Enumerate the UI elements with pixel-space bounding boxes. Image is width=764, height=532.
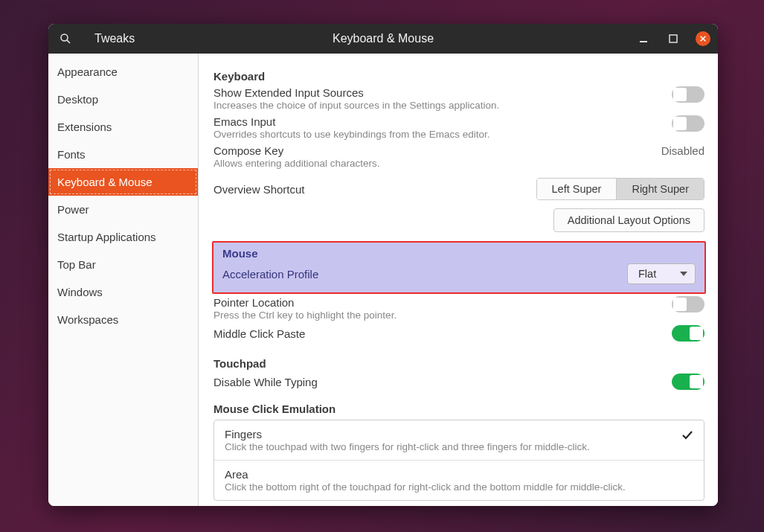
emulation-area-sub: Click the bottom right of the touchpad f…	[225, 481, 693, 493]
compose-key-sub: Allows entering additional characters.	[214, 158, 649, 169]
sidebar-item-appearance[interactable]: Appearance	[48, 58, 198, 86]
disable-while-typing-toggle[interactable]	[672, 374, 704, 390]
acceleration-profile-value: Flat	[638, 268, 656, 280]
sidebar: Appearance Desktop Extensions Fonts Keyb…	[48, 54, 199, 506]
tweaks-window: Tweaks Keyboard & Mouse Appearance Deskt…	[48, 24, 718, 506]
compose-key-value[interactable]: Disabled	[661, 144, 704, 157]
sidebar-item-windows[interactable]: Windows	[48, 278, 198, 306]
left-super-button[interactable]: Left Super	[537, 179, 617, 199]
touchpad-section: Touchpad Disable While Typing Mouse Clic…	[214, 357, 704, 501]
sidebar-item-workspaces[interactable]: Workspaces	[48, 306, 198, 333]
row-acceleration-profile: Acceleration Profile Flat	[222, 261, 696, 286]
extended-input-label: Show Extended Input Sources	[214, 86, 660, 99]
svg-line-1	[67, 40, 70, 43]
extended-input-toggle[interactable]	[672, 86, 704, 103]
emacs-input-sub: Overrides shortcuts to use keybindings f…	[214, 129, 660, 140]
emulation-option-fingers[interactable]: Fingers Click the touchpad with two fing…	[214, 420, 704, 461]
acceleration-profile-dropdown[interactable]: Flat	[627, 263, 696, 284]
touchpad-section-title: Touchpad	[214, 357, 704, 370]
emulation-option-area[interactable]: Area Click the bottom right of the touch…	[214, 461, 704, 500]
emacs-input-label: Emacs Input	[214, 115, 660, 128]
acceleration-profile-label: Acceleration Profile	[222, 268, 615, 281]
compose-key-label: Compose Key	[214, 144, 649, 157]
row-overview-shortcut: Overview Shortcut Left Super Right Super	[214, 176, 704, 202]
extended-input-sub: Increases the choice of input sources in…	[214, 100, 660, 111]
titlebar: Tweaks Keyboard & Mouse	[48, 24, 718, 54]
pointer-location-sub: Press the Ctrl key to highlight the poin…	[214, 310, 660, 321]
app-title: Tweaks	[94, 32, 135, 45]
mouse-highlight-box: Mouse Acceleration Profile Flat	[212, 241, 706, 294]
overview-shortcut-segmented: Left Super Right Super	[536, 178, 705, 200]
minimize-icon[interactable]	[636, 31, 651, 46]
disable-while-typing-label: Disable While Typing	[214, 376, 660, 388]
sidebar-item-power[interactable]: Power	[48, 196, 198, 223]
row-emacs-input: Emacs Input Overrides shortcuts to use k…	[214, 113, 704, 142]
sidebar-item-extensions[interactable]: Extensions	[48, 113, 198, 141]
maximize-icon[interactable]	[666, 31, 681, 46]
emulation-area-title: Area	[225, 468, 693, 481]
row-additional-layout: Additional Layout Options	[214, 208, 704, 232]
close-icon[interactable]	[696, 31, 710, 46]
mouse-click-emulation-list: Fingers Click the touchpad with two fing…	[214, 420, 704, 501]
window-body: Appearance Desktop Extensions Fonts Keyb…	[48, 54, 718, 506]
row-extended-input: Show Extended Input Sources Increases th…	[214, 84, 704, 113]
sidebar-item-startup-applications[interactable]: Startup Applications	[48, 223, 198, 251]
sidebar-item-fonts[interactable]: Fonts	[48, 141, 198, 168]
sidebar-item-keyboard-mouse[interactable]: Keyboard & Mouse	[48, 168, 198, 196]
svg-rect-2	[640, 41, 647, 42]
row-compose-key: Compose Key Allows entering additional c…	[214, 142, 704, 171]
pointer-location-toggle[interactable]	[672, 296, 704, 313]
check-icon	[681, 429, 693, 441]
middle-click-paste-toggle[interactable]	[672, 325, 704, 342]
middle-click-paste-label: Middle Click Paste	[214, 327, 660, 340]
overview-shortcut-label: Overview Shortcut	[214, 183, 524, 196]
titlebar-left: Tweaks	[48, 32, 135, 45]
right-super-button[interactable]: Right Super	[617, 179, 704, 199]
sidebar-item-top-bar[interactable]: Top Bar	[48, 251, 198, 278]
emacs-input-toggle[interactable]	[672, 115, 704, 132]
row-middle-click-paste: Middle Click Paste	[214, 323, 704, 344]
sidebar-item-desktop[interactable]: Desktop	[48, 86, 198, 113]
content-pane: Keyboard Show Extended Input Sources Inc…	[199, 54, 718, 506]
mouse-section-title: Mouse	[222, 247, 696, 260]
row-pointer-location: Pointer Location Press the Ctrl key to h…	[214, 294, 704, 323]
search-icon[interactable]	[59, 32, 72, 45]
svg-rect-3	[670, 35, 677, 42]
window-controls	[636, 31, 710, 46]
additional-layout-options-button[interactable]: Additional Layout Options	[553, 208, 704, 232]
mouse-click-emulation-title: Mouse Click Emulation	[214, 403, 704, 415]
keyboard-section-title: Keyboard	[214, 70, 704, 83]
emulation-fingers-title: Fingers	[225, 428, 681, 440]
pointer-location-label: Pointer Location	[214, 296, 660, 309]
chevron-down-icon	[680, 272, 687, 276]
svg-point-0	[61, 34, 68, 41]
emulation-fingers-sub: Click the touchpad with two fingers for …	[225, 441, 681, 452]
row-disable-while-typing: Disable While Typing	[214, 371, 704, 392]
page-title: Keyboard & Mouse	[333, 32, 434, 45]
